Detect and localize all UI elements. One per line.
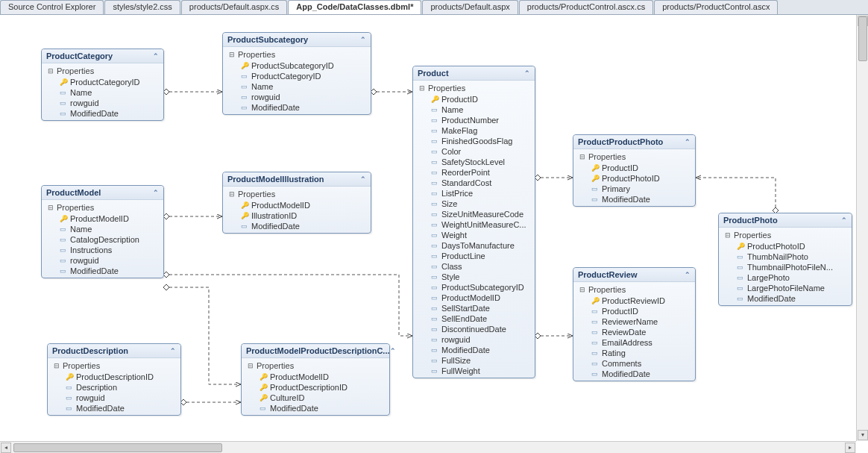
properties-group-label[interactable]: Properties (573, 284, 695, 296)
property-row[interactable]: 🔑CultureID (242, 393, 389, 403)
property-row[interactable]: ▭WeightUnitMeasureC... (413, 219, 535, 230)
property-row[interactable]: ▭FinishedGoodsFlag (413, 136, 535, 146)
tab-0[interactable]: Source Control Explorer (0, 0, 104, 14)
property-row[interactable]: ▭ThumbNailPhoto (719, 252, 852, 262)
scroll-thumb-v[interactable] (858, 16, 867, 61)
property-row[interactable]: ▭Color (413, 146, 535, 157)
property-row[interactable]: ▭ProductNumber (413, 115, 535, 125)
entity-header[interactable]: ProductModelProductDescriptionC...⌃ (242, 344, 389, 358)
property-row[interactable]: ▭LargePhotoFileName (719, 283, 852, 293)
entity-ProductCategory[interactable]: ProductCategory⌃Properties🔑ProductCatego… (41, 49, 164, 121)
property-row[interactable]: ▭Name (223, 81, 371, 92)
property-row[interactable]: 🔑ProductCategoryID (42, 77, 163, 87)
property-row[interactable]: 🔑ProductModelID (223, 200, 371, 210)
property-row[interactable]: 🔑ProductDescriptionID (242, 382, 389, 393)
property-row[interactable]: ▭LargePhoto (719, 272, 852, 283)
property-row[interactable]: ▭ReorderPoint (413, 167, 535, 178)
properties-group-label[interactable]: Properties (573, 151, 695, 163)
property-row[interactable]: ▭Size (413, 199, 535, 209)
property-row[interactable]: ▭ModifiedDate (573, 194, 695, 204)
properties-group-label[interactable]: Properties (48, 360, 180, 372)
property-row[interactable]: ▭FullWeight (413, 366, 535, 376)
property-row[interactable]: 🔑ProductID (413, 94, 535, 104)
property-row[interactable]: ▭Weight (413, 230, 535, 240)
property-row[interactable]: ▭ProductID (573, 306, 695, 316)
property-row[interactable]: ▭Class (413, 261, 535, 272)
tab-6[interactable]: products/ProductControl.ascx (654, 0, 778, 14)
chevron-up-icon[interactable]: ⌃ (841, 216, 847, 224)
property-row[interactable]: ▭rowguid (223, 92, 371, 102)
scroll-left-button[interactable]: ◂ (1, 443, 11, 453)
property-row[interactable]: ▭rowguid (48, 393, 180, 403)
chevron-up-icon[interactable]: ⌃ (390, 347, 396, 354)
property-row[interactable]: ▭ModifiedDate (223, 102, 371, 113)
chevron-up-icon[interactable]: ⌃ (360, 36, 366, 43)
relationship-ProductModel-Product[interactable] (164, 275, 412, 336)
entity-header[interactable]: ProductModel⌃ (42, 186, 163, 200)
property-row[interactable]: ▭ModifiedDate (42, 266, 163, 276)
property-row[interactable]: ▭ProductSubcategoryID (413, 282, 535, 293)
entity-ProductModelIllustration[interactable]: ProductModelIllustration⌃Properties🔑Prod… (222, 172, 371, 234)
entity-header[interactable]: ProductDescription⌃ (48, 344, 180, 358)
property-row[interactable]: 🔑ProductDescriptionID (48, 372, 180, 382)
vertical-scrollbar[interactable]: ▴ ▾ (856, 15, 868, 441)
properties-group-label[interactable]: Properties (719, 229, 852, 241)
entity-header[interactable]: ProductCategory⌃ (42, 49, 163, 63)
tab-4[interactable]: products/Default.aspx (422, 0, 518, 14)
properties-group-label[interactable]: Properties (223, 188, 371, 200)
property-row[interactable]: ▭DaysToManufacture (413, 240, 535, 251)
property-row[interactable]: ▭Rating (573, 348, 695, 358)
property-row[interactable]: ▭FullSize (413, 355, 535, 366)
chevron-up-icon[interactable]: ⌃ (685, 271, 691, 278)
entity-header[interactable]: Product⌃ (413, 66, 535, 81)
property-row[interactable]: ▭ModifiedDate (48, 403, 180, 413)
horizontal-scrollbar[interactable]: ◂ ▸ (0, 441, 856, 453)
entity-header[interactable]: ProductReview⌃ (573, 268, 695, 282)
properties-group-label[interactable]: Properties (413, 82, 535, 94)
property-row[interactable]: ▭ModifiedDate (242, 403, 389, 413)
property-row[interactable]: 🔑ProductModelID (242, 372, 389, 382)
entity-ProductDescription[interactable]: ProductDescription⌃Properties🔑ProductDes… (47, 343, 181, 416)
property-row[interactable]: 🔑ProductID (573, 163, 695, 173)
scroll-thumb-h[interactable] (13, 443, 222, 452)
property-row[interactable]: ▭Instructions (42, 245, 163, 255)
property-row[interactable]: ▭ReviewDate (573, 327, 695, 337)
entity-header[interactable]: ProductProductPhoto⌃ (573, 135, 695, 149)
property-row[interactable]: ▭Name (413, 104, 535, 115)
chevron-up-icon[interactable]: ⌃ (524, 69, 530, 77)
designer-canvas[interactable]: ProductCategory⌃Properties🔑ProductCatego… (0, 15, 868, 440)
property-row[interactable]: ▭DiscontinuedDate (413, 324, 535, 334)
property-row[interactable]: ▭Description (48, 382, 180, 393)
property-row[interactable]: ▭ThumbnailPhotoFileN... (719, 262, 852, 272)
tab-1[interactable]: styles/style2.css (104, 0, 180, 14)
property-row[interactable]: 🔑ProductPhotoID (573, 173, 695, 184)
property-row[interactable]: ▭Comments (573, 358, 695, 369)
entity-ProductPhoto[interactable]: ProductPhoto⌃Properties🔑ProductPhotoID▭T… (718, 213, 852, 306)
scroll-down-button[interactable]: ▾ (858, 430, 868, 440)
property-row[interactable]: ▭ModifiedDate (719, 293, 852, 304)
property-row[interactable]: ▭Primary (573, 184, 695, 194)
property-row[interactable]: 🔑ProductReviewID (573, 296, 695, 306)
property-row[interactable]: ▭ModifiedDate (573, 369, 695, 379)
tab-5[interactable]: products/ProductControl.ascx.cs (519, 0, 653, 14)
property-row[interactable]: 🔑ProductModelID (42, 213, 163, 224)
property-row[interactable]: ▭EmailAddress (573, 337, 695, 348)
property-row[interactable]: ▭ListPrice (413, 188, 535, 199)
property-row[interactable]: 🔑ProductPhotoID (719, 241, 852, 252)
property-row[interactable]: ▭SizeUnitMeasureCode (413, 209, 535, 219)
property-row[interactable]: ▭CatalogDescription (42, 234, 163, 245)
property-row[interactable]: ▭ProductModelID (413, 293, 535, 303)
property-row[interactable]: ▭ModifiedDate (42, 108, 163, 119)
property-row[interactable]: ▭Name (42, 87, 163, 98)
entity-header[interactable]: ProductPhoto⌃ (719, 213, 852, 228)
property-row[interactable]: ▭rowguid (42, 255, 163, 266)
property-row[interactable]: ▭ProductCategoryID (223, 71, 371, 81)
property-row[interactable]: ▭Name (42, 224, 163, 234)
tab-3[interactable]: App_Code/DataClasses.dbml* (288, 0, 421, 14)
entity-ProductModelProductDescriptionCulture[interactable]: ProductModelProductDescriptionC...⌃Prope… (241, 343, 390, 416)
property-row[interactable]: ▭SellStartDate (413, 303, 535, 313)
chevron-up-icon[interactable]: ⌃ (153, 52, 159, 60)
relationship-ProductPhoto-ProductProductPhoto[interactable] (696, 178, 776, 213)
entity-Product[interactable]: Product⌃Properties🔑ProductID▭Name▭Produc… (412, 66, 535, 378)
property-row[interactable]: 🔑ProductSubcategoryID (223, 60, 371, 71)
